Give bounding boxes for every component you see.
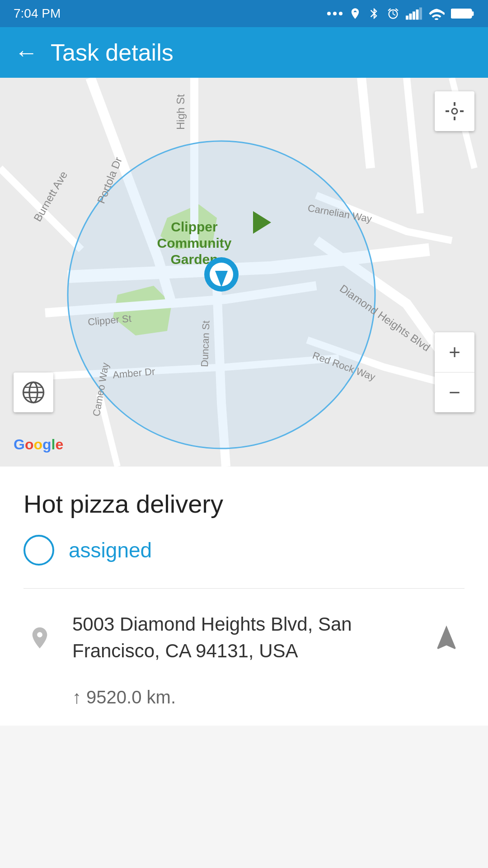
pin-icon: [27, 625, 52, 651]
svg-rect-3: [413, 12, 415, 20]
svg-rect-1: [406, 16, 408, 20]
google-logo: Google: [14, 436, 63, 453]
address-row: 5003 Diamond Heights Blvd, San Francisco…: [23, 611, 465, 687]
app-bar: ← Task details: [0, 27, 488, 78]
map-container: Burnett Ave Portola Dr High St Carnelian…: [0, 78, 488, 467]
globe-icon: [21, 380, 46, 405]
map-layer-button[interactable]: [14, 373, 53, 412]
zoom-in-button[interactable]: +: [435, 332, 474, 372]
bluetooth-icon: [368, 7, 380, 20]
locate-button[interactable]: [435, 91, 474, 131]
address-icon: [23, 622, 56, 654]
details-panel: Hot pizza delivery assigned 5003 Diamond…: [0, 467, 488, 726]
svg-point-13: [452, 108, 457, 114]
high-st-label: High St: [174, 94, 187, 130]
status-label[interactable]: assigned: [69, 538, 152, 562]
svg-rect-2: [409, 14, 412, 20]
signal-icon: [406, 7, 422, 20]
crosshair-icon: [444, 100, 465, 122]
garden-label-2: Community: [157, 236, 232, 250]
distance-row: ↑ 9520.0 km.: [23, 687, 465, 726]
status-time: 7:04 PM: [14, 6, 61, 21]
map-pin: [204, 257, 239, 292]
address-text: 5003 Diamond Heights Blvd, San Francisco…: [72, 611, 412, 665]
geofence-circle: [68, 141, 375, 448]
navigate-button[interactable]: [428, 620, 465, 656]
location-icon: [349, 7, 361, 20]
alarm-icon: [387, 7, 399, 20]
distance-label: ↑ 9520.0 km.: [72, 687, 176, 708]
garden-label-1: Clipper: [171, 219, 218, 234]
status-circle-icon: [23, 535, 54, 566]
svg-rect-5: [419, 8, 422, 20]
duncan-st-label: Duncan St: [199, 321, 212, 368]
zoom-out-button[interactable]: −: [435, 373, 474, 412]
status-bar: 7:04 PM: [0, 0, 488, 27]
svg-rect-4: [416, 9, 419, 20]
task-title: Hot pizza delivery: [23, 489, 465, 519]
battery-icon: [451, 7, 474, 20]
svg-rect-7: [472, 11, 474, 16]
svg-rect-6: [451, 9, 472, 18]
map-view[interactable]: Burnett Ave Portola Dr High St Carnelian…: [0, 78, 488, 467]
dots-icon: [327, 12, 343, 15]
zoom-controls: + −: [435, 332, 474, 412]
status-row: assigned: [23, 535, 465, 566]
page-title: Task details: [51, 39, 174, 66]
status-icons: [327, 7, 474, 20]
wifi-icon: [428, 7, 445, 20]
navigate-icon: [432, 623, 461, 653]
back-button[interactable]: ←: [14, 41, 38, 64]
section-divider: [23, 588, 465, 589]
